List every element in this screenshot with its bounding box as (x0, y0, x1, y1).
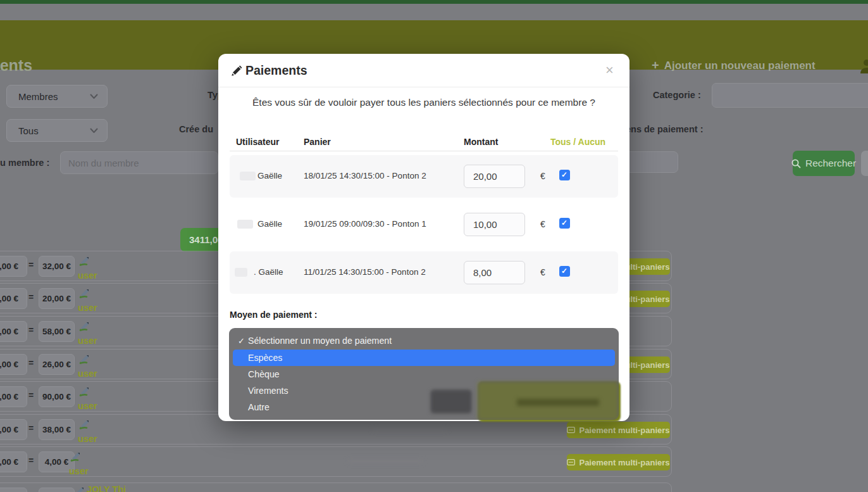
column-header-basket: Panier (304, 137, 331, 147)
edit-user-icon[interactable] (79, 289, 90, 298)
total-amount-box[interactable]: 20,00 € (39, 288, 75, 309)
basket-description: 11/01/25 14:30/15:00 - Ponton 2 (304, 267, 426, 277)
category-field-wrap (712, 83, 868, 108)
amount-input[interactable] (464, 262, 524, 284)
user-link[interactable]: user (78, 434, 97, 444)
add-payment-button-label: Ajouter un nouveau paiement (664, 60, 815, 72)
paid-amount-box[interactable]: 2,00 € (0, 256, 27, 277)
total-amount-box[interactable]: 58,00 € (39, 321, 75, 342)
column-header-user: Utilisateur (236, 137, 279, 147)
category-input[interactable] (712, 84, 868, 107)
edit-user-icon[interactable] (79, 387, 90, 396)
member-name-field-wrap (60, 151, 218, 174)
user-link[interactable]: user (78, 303, 97, 313)
redacted-name (235, 268, 247, 277)
multi-basket-badge-label: Paiement multi-paniers (579, 458, 669, 467)
dropdown-option-virements[interactable]: Virements (233, 382, 615, 399)
total-amount-box[interactable]: 90,00 € (39, 386, 75, 407)
edge-button[interactable] (861, 151, 868, 176)
dropdown-option-label: Virements (248, 386, 288, 396)
paid-amount-box[interactable]: 0,00 € (0, 321, 27, 342)
basket-row: Gaëlle 18/01/25 14:30/15:00 - Ponton 2 € (230, 155, 618, 198)
checkmark-icon: ✓ (238, 336, 248, 346)
total-amount-box[interactable]: 38,00 € (39, 419, 75, 440)
member-name-label: Nom du membre : (0, 158, 49, 168)
redacted-text (373, 427, 447, 432)
add-payment-button[interactable]: + Ajouter un nouveau paiement (652, 58, 815, 73)
edit-user-icon[interactable] (74, 487, 85, 492)
user-link[interactable]: user (78, 369, 97, 379)
dropdown-option-label: Autre (248, 402, 270, 412)
select-all-toggle[interactable]: Tous / Aucun (550, 137, 605, 147)
amount-input[interactable] (464, 213, 524, 236)
created-filter-label: Crée du (179, 124, 213, 134)
equals-sign: = (28, 260, 34, 270)
user-link[interactable]: user (78, 336, 97, 346)
paid-amount-box[interactable] (0, 488, 27, 492)
edit-user-icon[interactable] (79, 322, 90, 331)
user-link[interactable]: user (78, 270, 97, 281)
page-title: Paiements (0, 56, 32, 75)
currency-symbol: € (540, 267, 545, 277)
equals-sign: = (28, 358, 34, 368)
edit-user-icon[interactable] (79, 256, 90, 266)
status-select-value: Tous (18, 125, 39, 136)
total-amount-box[interactable] (39, 488, 75, 492)
paid-amount-box[interactable]: ,00 € (0, 451, 27, 472)
basket-description: 19/01/25 09:00/09:30 - Ponton 1 (304, 219, 426, 229)
paid-amount-box[interactable]: 0,00 € (0, 288, 27, 309)
multi-basket-payment-badge[interactable]: Paiement multi-paniers (567, 454, 670, 470)
search-button[interactable]: Rechercher (793, 151, 855, 176)
currency-symbol: € (540, 171, 545, 181)
member-type-select[interactable]: Membres (6, 85, 108, 108)
chevron-down-icon (90, 94, 98, 99)
search-icon (791, 159, 801, 168)
total-amount-box[interactable]: 32,00 € (39, 256, 75, 277)
dropdown-option-placeholder[interactable]: ✓ Sélectionner un moyen de paiement (233, 332, 615, 349)
basket-checkbox[interactable] (559, 218, 570, 229)
equals-sign: = (28, 423, 34, 433)
column-header-amount: Montant (464, 137, 498, 147)
dropdown-option-cheque[interactable]: Chèque (233, 366, 615, 382)
paid-amount-box[interactable]: 6,00 € (0, 354, 27, 375)
payment-methods-input[interactable] (624, 152, 678, 172)
payment-methods-field-wrap (623, 151, 678, 173)
paid-amount-box[interactable]: 8,00 € (0, 419, 27, 440)
user-link[interactable]: user (78, 401, 97, 411)
redacted-name (237, 220, 253, 229)
amount-input[interactable] (464, 165, 524, 187)
member-name-link[interactable]: JOLY Thi (87, 484, 126, 492)
user-link[interactable]: user (69, 466, 89, 476)
user-icon[interactable] (859, 58, 868, 73)
basket-checkbox[interactable] (559, 170, 570, 180)
card-icon (567, 427, 575, 433)
member-type-select-value: Membres (18, 91, 58, 102)
status-select[interactable]: Tous (6, 119, 108, 142)
edit-user-icon[interactable] (79, 420, 90, 429)
payment-method-dropdown: ✓ Sélectionner un moyen de paiement Espè… (229, 328, 619, 420)
equals-sign: = (28, 455, 34, 465)
edit-user-icon[interactable] (79, 355, 90, 364)
payment-method-label: Moyen de paiement : (230, 310, 317, 320)
header-divider (230, 151, 618, 151)
dropdown-option-especes[interactable]: Espèces (233, 350, 615, 366)
payment-row[interactable]: ,00 € = 4,00 € user Paiement multi-panie… (0, 446, 672, 477)
pencil-icon (232, 65, 242, 76)
equals-sign: = (28, 292, 34, 302)
member-name-input[interactable] (61, 152, 218, 173)
multi-basket-payment-badge[interactable]: Paiement multi-paniers (567, 422, 670, 438)
chevron-down-icon (90, 128, 98, 133)
basket-checkbox[interactable] (559, 266, 570, 277)
close-icon[interactable]: × (605, 63, 614, 77)
dropdown-option-autre[interactable]: Autre (233, 399, 615, 415)
payments-modal: Paiements × Êtes vous sûr de vouloir pay… (218, 54, 629, 421)
redacted-name (240, 172, 256, 180)
equals-sign: = (28, 325, 34, 335)
top-strip (0, 4, 868, 20)
plus-icon: + (652, 58, 659, 73)
paid-amount-box[interactable]: 0,00 € (0, 386, 27, 407)
total-amount-box[interactable]: 26,00 € (39, 354, 75, 375)
dropdown-option-label: Chèque (248, 369, 280, 379)
redacted-text (347, 458, 423, 464)
edit-user-icon[interactable] (70, 452, 81, 462)
